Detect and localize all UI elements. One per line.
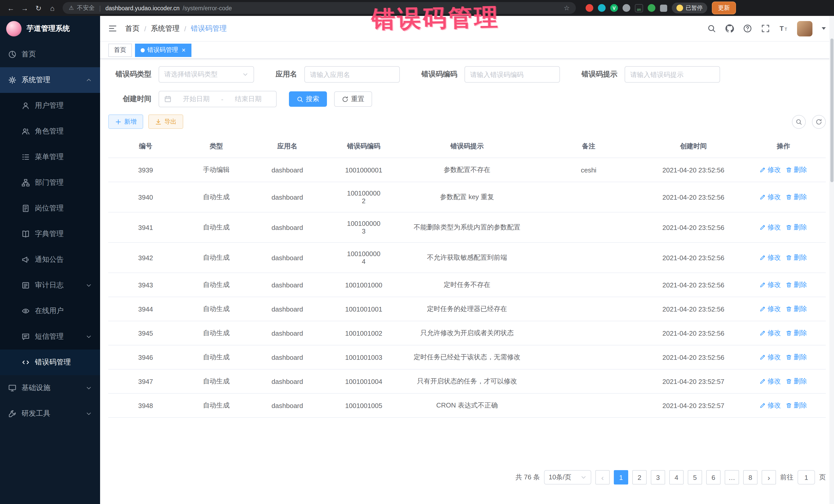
page-button-5[interactable]: 5: [688, 470, 702, 484]
error-code-input[interactable]: [464, 66, 560, 83]
search-icon[interactable]: [707, 24, 716, 33]
sidebar-item-post[interactable]: 岗位管理: [0, 196, 100, 221]
fullscreen-icon[interactable]: [761, 24, 770, 33]
edit-link[interactable]: 修改: [760, 253, 781, 262]
edit-link[interactable]: 修改: [760, 165, 781, 175]
browser-forward-icon[interactable]: →: [19, 2, 30, 14]
app-name-input[interactable]: [304, 66, 400, 83]
breadcrumb-home[interactable]: 首页: [125, 24, 139, 33]
edit-link[interactable]: 修改: [760, 401, 781, 410]
error-type-select[interactable]: 请选择错误码类型: [159, 66, 254, 83]
add-button[interactable]: 新增: [108, 114, 143, 129]
sidebar-item-role[interactable]: 角色管理: [0, 118, 100, 144]
delete-link-label: 删除: [794, 223, 807, 232]
delete-link[interactable]: 删除: [786, 328, 807, 338]
export-button[interactable]: 导出: [148, 114, 183, 129]
search-button[interactable]: 搜索: [289, 91, 327, 107]
toggle-search-icon[interactable]: [792, 115, 806, 129]
delete-link[interactable]: 删除: [786, 401, 807, 410]
hamburger-icon[interactable]: [108, 24, 117, 33]
delete-link[interactable]: 删除: [786, 193, 807, 202]
refresh-icon[interactable]: [812, 115, 826, 129]
delete-link[interactable]: 删除: [786, 353, 807, 362]
browser-back-icon[interactable]: ←: [5, 2, 17, 14]
bookmark-star-icon[interactable]: ☆: [564, 4, 570, 12]
edit-link[interactable]: 修改: [760, 223, 781, 232]
delete-link[interactable]: 删除: [786, 253, 807, 262]
page-button-3[interactable]: 3: [651, 470, 665, 484]
edit-link[interactable]: 修改: [760, 377, 781, 386]
sidebar-item-home[interactable]: 首页: [0, 42, 100, 67]
sidebar-item-sms[interactable]: 短信管理: [0, 324, 100, 350]
delete-icon: [786, 378, 792, 385]
delete-link[interactable]: 删除: [786, 377, 807, 386]
goto-page-input[interactable]: [797, 470, 815, 484]
logo[interactable]: 芋道管理系统: [0, 16, 100, 42]
delete-link-label: 删除: [794, 304, 807, 313]
github-icon[interactable]: [725, 24, 734, 33]
delete-link[interactable]: 删除: [786, 165, 807, 175]
screen: ← → ↻ ⌂ ⚠ 不安全 | dashboard.yudao.iocoder.…: [0, 0, 834, 504]
browser-update-button[interactable]: 更新: [712, 2, 736, 14]
delete-link[interactable]: 删除: [786, 223, 807, 232]
font-size-icon[interactable]: TT: [779, 24, 788, 33]
page-button-8[interactable]: 8: [743, 470, 758, 484]
user-avatar[interactable]: [797, 21, 812, 36]
scrollbar[interactable]: [829, 16, 834, 504]
sidebar-item-notice[interactable]: 通知公告: [0, 247, 100, 272]
extension-icon-teal[interactable]: [598, 4, 606, 12]
chevron-down-icon[interactable]: [822, 27, 826, 30]
help-icon[interactable]: [743, 24, 752, 33]
reset-button[interactable]: 重置: [334, 91, 372, 107]
delete-icon: [786, 255, 792, 261]
sidebar-item-system[interactable]: 系统管理: [0, 67, 100, 93]
next-page-button[interactable]: ›: [762, 470, 776, 484]
extensions-puzzle-icon[interactable]: [660, 4, 667, 12]
delete-link-label: 删除: [794, 193, 807, 202]
tab-error-code[interactable]: 错误码管理 ×: [135, 43, 191, 57]
edit-link[interactable]: 修改: [760, 304, 781, 313]
tool-icon: [8, 410, 17, 418]
extension-on-badge[interactable]: on: [635, 4, 643, 12]
page-button-1[interactable]: 1: [614, 470, 628, 484]
scrollbar-thumb[interactable]: [830, 39, 833, 182]
breadcrumb-system[interactable]: 系统管理: [151, 24, 180, 33]
sidebar-item-menu[interactable]: 菜单管理: [0, 144, 100, 170]
edit-link[interactable]: 修改: [760, 280, 781, 289]
paused-badge[interactable]: 已暂停: [672, 3, 707, 13]
sidebar-item-infra[interactable]: 基础设施: [0, 375, 100, 401]
edit-link[interactable]: 修改: [760, 353, 781, 362]
page-size-select[interactable]: 10条/页: [544, 470, 591, 484]
error-hint-input[interactable]: [624, 66, 720, 83]
delete-link[interactable]: 删除: [786, 280, 807, 289]
sidebar-item-user[interactable]: 用户管理: [0, 93, 100, 118]
sidebar-item-dept[interactable]: 部门管理: [0, 170, 100, 196]
browser-reload-icon[interactable]: ↻: [33, 2, 44, 14]
chevron-down-icon: [86, 385, 92, 391]
tab-home[interactable]: 首页: [108, 43, 132, 57]
extension-icon-red[interactable]: [586, 4, 593, 12]
address-bar[interactable]: ⚠ 不安全 | dashboard.yudao.iocoder.cn/syste…: [63, 2, 576, 14]
extension-icon-green[interactable]: [648, 4, 655, 12]
sidebar-item-online-user[interactable]: 在线用户: [0, 298, 100, 324]
page-button-4[interactable]: 4: [669, 470, 684, 484]
edit-link[interactable]: 修改: [760, 328, 781, 338]
prev-page-button[interactable]: ‹: [595, 470, 610, 484]
extension-icon-people[interactable]: [622, 4, 630, 12]
extension-icon-v[interactable]: V: [610, 4, 618, 12]
sidebar-item-devtools[interactable]: 研发工具: [0, 401, 100, 426]
page-button-6[interactable]: 6: [706, 470, 721, 484]
close-icon[interactable]: ×: [182, 47, 185, 53]
dict-icon: [22, 230, 30, 238]
browser-home-icon[interactable]: ⌂: [47, 2, 58, 14]
date-range-picker[interactable]: 开始日期 - 结束日期: [159, 91, 277, 107]
delete-link[interactable]: 删除: [786, 304, 807, 313]
cell-id: 3941: [108, 212, 183, 242]
sidebar-item-audit-log[interactable]: 审计日志: [0, 272, 100, 298]
page-button-2[interactable]: 2: [632, 470, 647, 484]
edit-link[interactable]: 修改: [760, 193, 781, 202]
sidebar-item-label: 基础设施: [22, 384, 50, 393]
pagination-ellipsis[interactable]: …: [725, 470, 739, 484]
sidebar-item-dict[interactable]: 字典管理: [0, 221, 100, 247]
sidebar-item-error-code[interactable]: 错误码管理: [0, 350, 100, 375]
